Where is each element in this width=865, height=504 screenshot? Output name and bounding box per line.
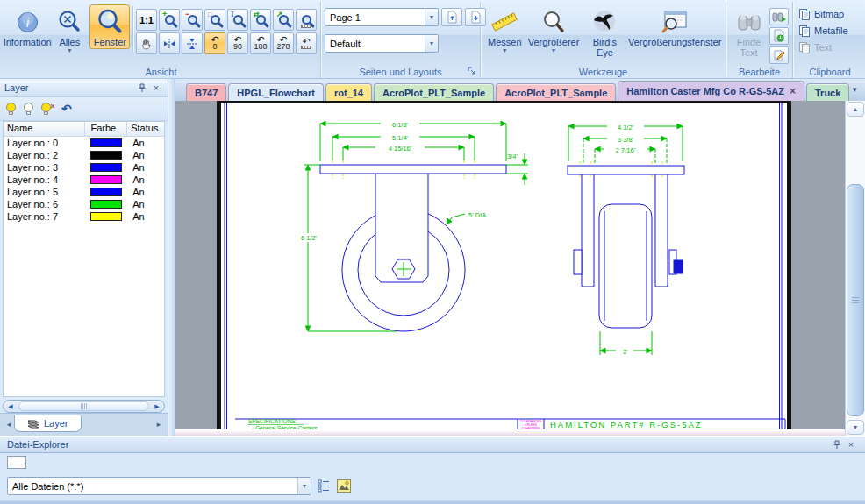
zoom-scale-button[interactable] bbox=[296, 9, 317, 31]
layer-panel-titlebar: Layer × bbox=[0, 79, 168, 97]
zoom-dynamic-button[interactable]: I bbox=[227, 9, 248, 31]
chevron-down-icon[interactable]: ▾ bbox=[425, 9, 438, 25]
color-swatch[interactable] bbox=[90, 175, 122, 184]
document-tab[interactable]: AcroPlot_PLT_Sample bbox=[374, 83, 494, 101]
bulb-toggle-icon bbox=[40, 103, 55, 116]
copy-metafile-button[interactable]: Metafile bbox=[797, 23, 850, 38]
layer-horizontal-scrollbar[interactable]: ◀ ▶ bbox=[3, 400, 165, 413]
scrollbar-thumb[interactable] bbox=[18, 401, 149, 411]
panel-tabs-right-icon[interactable]: ▸ bbox=[154, 415, 164, 432]
edit-annotation-button[interactable] bbox=[769, 46, 789, 64]
layer-row[interactable]: Layer no.: 2An bbox=[4, 149, 164, 161]
document-tab[interactable]: AcroPlot_PLT_Sample bbox=[496, 83, 616, 101]
layer-row[interactable]: Layer no.: 7An bbox=[4, 210, 164, 223]
close-icon[interactable]: × bbox=[149, 82, 163, 94]
ratio-1-1-button[interactable]: 1:1 bbox=[136, 9, 157, 31]
layers-on-button[interactable] bbox=[5, 103, 17, 116]
export-text-button[interactable] bbox=[769, 27, 789, 45]
find-next-button[interactable] bbox=[769, 8, 789, 25]
magnifier-icon bbox=[541, 8, 566, 36]
document-tab[interactable]: HPGL_Flowchart bbox=[228, 83, 324, 101]
list-view-button[interactable] bbox=[316, 479, 332, 493]
color-swatch[interactable] bbox=[90, 200, 122, 209]
column-status[interactable]: Status bbox=[127, 122, 164, 136]
panel-tab-layer[interactable]: Layer bbox=[14, 415, 82, 432]
rotate-90-button[interactable]: ↶90 bbox=[227, 32, 248, 54]
document-tabbar: B747 HPGL_Flowchart rot_14 AcroPlot_PLT_… bbox=[175, 79, 865, 101]
zoom-window-big-button[interactable]: Fenster bbox=[89, 4, 130, 49]
pan-button[interactable] bbox=[136, 32, 157, 54]
vertical-scrollbar[interactable]: ▲ ▼ bbox=[845, 101, 865, 436]
layer-row[interactable]: Layer no.: 0An bbox=[4, 137, 164, 149]
drawing-canvas[interactable]: 6 1/8' 5 1/4' 4 15/16' 3/4' 6 1/2' 5' DI… bbox=[221, 103, 787, 430]
tab-list-menu-icon[interactable]: ▼ bbox=[851, 86, 858, 94]
mirror-horizontal-button[interactable] bbox=[159, 32, 180, 54]
scroll-down-icon[interactable]: ▼ bbox=[847, 420, 864, 435]
magnifier-tool-button[interactable]: Vergrößerer ▾ bbox=[525, 4, 583, 55]
birds-eye-button[interactable]: Bird's Eye bbox=[582, 4, 627, 60]
layer-row[interactable]: Layer no.: 3An bbox=[4, 161, 164, 174]
color-swatch[interactable] bbox=[90, 151, 122, 160]
ribbon-group-clipboard: Bitmap Metafile Text Clipboard bbox=[793, 2, 865, 78]
undo-icon[interactable]: ↶ bbox=[61, 102, 72, 116]
zoom-previous-button[interactable]: ⇄ bbox=[250, 9, 271, 31]
folder-tree-node[interactable] bbox=[7, 456, 26, 469]
scrollbar-thumb[interactable] bbox=[847, 184, 864, 416]
copy-text-button[interactable]: Text bbox=[797, 39, 850, 54]
color-swatch[interactable] bbox=[90, 163, 122, 172]
drawing-viewport[interactable]: 6 1/8' 5 1/4' 4 15/16' 3/4' 6 1/2' 5' DI… bbox=[175, 101, 865, 436]
chevron-down-icon[interactable]: ▾ bbox=[425, 35, 438, 52]
color-swatch[interactable] bbox=[90, 212, 122, 221]
layer-row[interactable]: Layer no.: 5An bbox=[4, 186, 164, 198]
rotate-270-button[interactable]: ↶270 bbox=[273, 32, 294, 54]
previous-page-button[interactable] bbox=[441, 8, 462, 26]
pin-icon[interactable] bbox=[830, 438, 844, 451]
zoom-extents-button[interactable]: ↗ bbox=[273, 9, 294, 31]
rotate-180-button[interactable]: ↶180 bbox=[250, 32, 271, 54]
thumbnail-view-icon bbox=[337, 479, 351, 493]
zoom-in-button[interactable]: + bbox=[159, 9, 180, 31]
layout-select[interactable]: Default ▾ bbox=[325, 34, 439, 53]
zoom-box-button[interactable]: □ bbox=[204, 9, 225, 31]
thumbnail-view-button[interactable] bbox=[336, 479, 352, 493]
magnifier-window-button[interactable]: Vergrößerungsfenster bbox=[627, 4, 722, 49]
bulb-on-icon bbox=[5, 103, 17, 116]
color-swatch[interactable] bbox=[90, 188, 122, 196]
zoom-all-button[interactable]: Alles ▾ bbox=[49, 4, 89, 55]
column-name[interactable]: Name bbox=[4, 122, 85, 136]
file-filter-select[interactable]: Alle Dateien (*.*) ▾ bbox=[7, 477, 311, 495]
layer-row[interactable]: Layer no.: 4An bbox=[4, 174, 164, 186]
scroll-right-icon[interactable]: ▶ bbox=[150, 403, 164, 410]
document-tab[interactable]: rot_14 bbox=[325, 83, 372, 101]
rotate-0-button[interactable]: ↶0 bbox=[204, 32, 225, 54]
scroll-left-icon[interactable]: ◀ bbox=[4, 403, 18, 410]
page-select[interactable]: Page 1 ▾ bbox=[325, 8, 439, 26]
copy-bitmap-button[interactable]: Bitmap bbox=[797, 6, 850, 21]
layers-invert-button[interactable] bbox=[40, 103, 55, 116]
layers-off-button[interactable] bbox=[23, 103, 34, 116]
document-tab[interactable]: B747 bbox=[186, 83, 226, 101]
zoom-out-button[interactable]: − bbox=[182, 9, 203, 31]
dialog-launcher-icon[interactable] bbox=[468, 67, 477, 76]
document-tab-active[interactable]: Hamilton Caster Mfg Co R-GS-5AZ× bbox=[618, 81, 804, 101]
list-view-icon bbox=[318, 479, 330, 493]
rotate-custom-button[interactable]: ↶ bbox=[296, 32, 317, 54]
panel-tabs-left-icon[interactable]: ◂ bbox=[4, 415, 14, 432]
layer-row[interactable]: Layer no.: 6An bbox=[4, 198, 164, 210]
messen-button[interactable]: Messen ▾ bbox=[484, 4, 525, 55]
close-icon[interactable]: × bbox=[844, 438, 858, 451]
zoom-window-label: Fenster bbox=[94, 37, 126, 47]
column-farbe[interactable]: Farbe bbox=[85, 122, 127, 136]
chevron-down-icon[interactable]: ▾ bbox=[297, 478, 311, 494]
pin-icon[interactable] bbox=[135, 82, 149, 94]
document-tab[interactable]: Truck bbox=[806, 83, 849, 101]
close-icon[interactable]: × bbox=[790, 87, 796, 96]
mirror-vertical-icon bbox=[186, 38, 198, 50]
scroll-up-icon[interactable]: ▲ bbox=[847, 102, 864, 117]
color-swatch[interactable] bbox=[90, 138, 122, 147]
information-button[interactable]: i Information bbox=[5, 4, 49, 49]
mirror-vertical-button[interactable] bbox=[182, 32, 203, 54]
find-text-button[interactable]: Finde Text bbox=[730, 4, 768, 60]
page-download-icon bbox=[773, 29, 785, 43]
panel-splitter[interactable] bbox=[168, 79, 175, 436]
